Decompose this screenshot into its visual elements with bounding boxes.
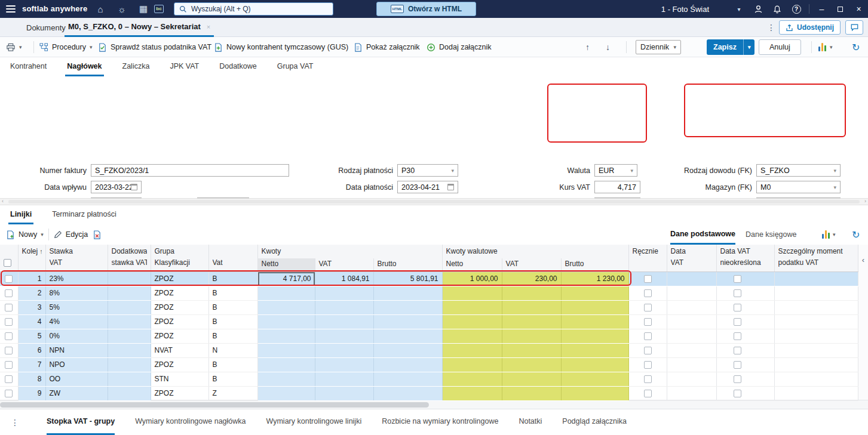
row-checkbox[interactable] bbox=[5, 347, 13, 354]
row-checkbox[interactable] bbox=[644, 361, 652, 369]
tab-linijki[interactable]: Linijki bbox=[8, 205, 33, 224]
table-row[interactable]: 7NPOZPOZB bbox=[0, 357, 858, 372]
cell-vat-kwota[interactable] bbox=[315, 372, 373, 386]
cell-recznie[interactable] bbox=[628, 386, 667, 400]
col-vat[interactable]: Vat bbox=[208, 245, 257, 272]
table-row[interactable]: 28%ZPOZB bbox=[0, 286, 858, 300]
cell-walutowe-vat[interactable]: 230,00 bbox=[502, 272, 561, 286]
cell-netto[interactable] bbox=[257, 357, 315, 372]
cell-kolej[interactable]: 2 bbox=[18, 286, 45, 300]
check-vat-status-button[interactable]: Sprawdź status podatnika VAT bbox=[98, 37, 211, 57]
row-checkbox[interactable] bbox=[644, 318, 652, 326]
bc-app-icon[interactable]: bc bbox=[151, 0, 167, 18]
select-all-checkbox[interactable] bbox=[4, 259, 11, 267]
cell-walutowe-vat[interactable] bbox=[502, 329, 561, 343]
notifications-bell-icon[interactable] bbox=[768, 0, 787, 18]
journal-select[interactable]: Dziennik▾ bbox=[636, 37, 681, 57]
cell-recznie[interactable] bbox=[628, 372, 667, 386]
row-checkbox[interactable] bbox=[5, 375, 13, 383]
col-recznie[interactable]: Ręcznie bbox=[628, 245, 667, 272]
cell-kolej[interactable]: 7 bbox=[18, 357, 45, 372]
view-tab-dane-podstawowe[interactable]: Dane podstawowe bbox=[670, 224, 735, 245]
cell-netto[interactable] bbox=[257, 329, 315, 343]
cell-kolej[interactable]: 5 bbox=[18, 329, 45, 343]
cell-szczegolny-moment[interactable] bbox=[774, 286, 858, 300]
cell-grupa-klasyfikacji[interactable]: ZPOZ bbox=[151, 386, 208, 400]
cell-walutowe-netto[interactable] bbox=[442, 300, 502, 314]
help-icon[interactable]: ? bbox=[787, 0, 806, 18]
tab-close-icon[interactable]: × bbox=[207, 23, 210, 30]
row-checkbox[interactable] bbox=[644, 390, 652, 397]
cell-walutowe-brutto[interactable] bbox=[561, 357, 628, 372]
cell-brutto[interactable] bbox=[373, 286, 442, 300]
cell-netto[interactable] bbox=[257, 300, 315, 314]
cell-recznie[interactable] bbox=[628, 272, 667, 286]
chevron-down-icon[interactable]: ▾ bbox=[744, 39, 755, 55]
cell-dodatkowa-stawka[interactable] bbox=[108, 372, 151, 386]
cell-vat-kwota[interactable] bbox=[315, 343, 373, 357]
waluta-select[interactable]: EUR▾ bbox=[594, 164, 637, 177]
footer-tab-wymiary-linijki[interactable]: Wymiary kontrolingowe linijki bbox=[266, 409, 362, 435]
cell-szczegolny-moment[interactable] bbox=[774, 386, 858, 400]
row-select-cell[interactable] bbox=[0, 300, 18, 314]
tab-dokumenty[interactable]: Dokumenty bbox=[22, 18, 70, 37]
cell-dodatkowa-stawka[interactable] bbox=[108, 357, 151, 372]
cell-data-vat-nieokreslona[interactable] bbox=[716, 329, 774, 343]
cell-walutowe-brutto[interactable] bbox=[561, 386, 628, 400]
share-button[interactable]: Udostępnij bbox=[779, 20, 841, 35]
collapse-panel-icon[interactable]: ‹ bbox=[862, 255, 864, 264]
cell-grupa-klasyfikacji[interactable]: ZPOZ bbox=[151, 300, 208, 314]
cell-kolej[interactable]: 1 bbox=[18, 272, 45, 286]
theme-icon[interactable]: ☼ bbox=[114, 0, 130, 18]
delete-line-button[interactable] bbox=[93, 224, 102, 245]
col-walutowe-vat[interactable]: VAT bbox=[502, 258, 561, 272]
open-in-html-button[interactable]: HTML Otwórz w HTML bbox=[376, 2, 476, 16]
footer-tab-wymiary-naglowka[interactable]: Wymiary kontrolingowe nagłówka bbox=[135, 409, 246, 435]
row-checkbox[interactable] bbox=[5, 390, 13, 397]
col-data-vat[interactable]: DataVAT bbox=[667, 245, 716, 272]
cell-walutowe-brutto[interactable] bbox=[561, 329, 628, 343]
col-grupa-klasyfikacji[interactable]: GrupaKlasyfikacji bbox=[151, 245, 208, 272]
table-row[interactable]: 35%ZPOZB bbox=[0, 300, 858, 314]
cell-vat[interactable]: N bbox=[208, 343, 257, 357]
footer-tab-podglad-zalacznika[interactable]: Podgląd załącznika bbox=[562, 409, 627, 435]
cell-stawka-vat[interactable]: 4% bbox=[45, 314, 108, 329]
cell-vat-kwota[interactable] bbox=[315, 314, 373, 329]
col-kwoty-brutto[interactable]: Brutto bbox=[373, 258, 442, 272]
cell-stawka-vat[interactable]: ZW bbox=[45, 386, 108, 400]
cell-walutowe-vat[interactable] bbox=[502, 372, 561, 386]
user-icon[interactable] bbox=[749, 0, 768, 18]
col-stawka-vat[interactable]: StawkaVAT bbox=[45, 245, 108, 272]
row-checkbox[interactable] bbox=[734, 289, 741, 297]
refresh-button[interactable]: ↻ bbox=[852, 37, 860, 57]
cell-szczegolny-moment[interactable] bbox=[774, 343, 858, 357]
row-checkbox[interactable] bbox=[644, 304, 652, 311]
cell-dodatkowa-stawka[interactable] bbox=[108, 272, 151, 286]
row-checkbox[interactable] bbox=[5, 289, 13, 297]
cell-szczegolny-moment[interactable] bbox=[774, 314, 858, 329]
cell-data-vat-nieokreslona[interactable] bbox=[716, 386, 774, 400]
table-row[interactable]: 44%ZPOZB bbox=[0, 314, 858, 329]
cell-walutowe-netto[interactable] bbox=[442, 357, 502, 372]
tab-grupa-vat[interactable]: Grupa VAT bbox=[275, 57, 315, 76]
apps-icon[interactable]: ▦ bbox=[135, 0, 152, 18]
cell-data-vat-nieokreslona[interactable] bbox=[716, 314, 774, 329]
table-row[interactable]: 6NPNNVATN bbox=[0, 343, 858, 357]
row-checkbox[interactable] bbox=[734, 304, 741, 311]
cell-kolej[interactable]: 9 bbox=[18, 386, 45, 400]
comments-button[interactable] bbox=[845, 20, 863, 35]
row-select-cell[interactable] bbox=[0, 314, 18, 329]
close-button[interactable]: × bbox=[849, 0, 868, 18]
row-checkbox[interactable] bbox=[5, 318, 13, 326]
cell-data-vat-nieokreslona[interactable] bbox=[716, 372, 774, 386]
data-platnosci-input[interactable]: 2023-04-21 bbox=[397, 181, 458, 193]
cell-data-vat-nieokreslona[interactable] bbox=[716, 272, 774, 286]
splitter-thumb[interactable] bbox=[8, 200, 860, 203]
chevron-down-icon[interactable]: ▾ bbox=[729, 6, 749, 13]
cell-grupa-klasyfikacji[interactable]: ZPOZ bbox=[151, 314, 208, 329]
row-checkbox[interactable] bbox=[5, 332, 13, 340]
cell-walutowe-netto[interactable] bbox=[442, 329, 502, 343]
cell-walutowe-brutto[interactable] bbox=[561, 286, 628, 300]
row-checkbox[interactable] bbox=[734, 375, 741, 383]
cell-dodatkowa-stawka[interactable] bbox=[108, 300, 151, 314]
